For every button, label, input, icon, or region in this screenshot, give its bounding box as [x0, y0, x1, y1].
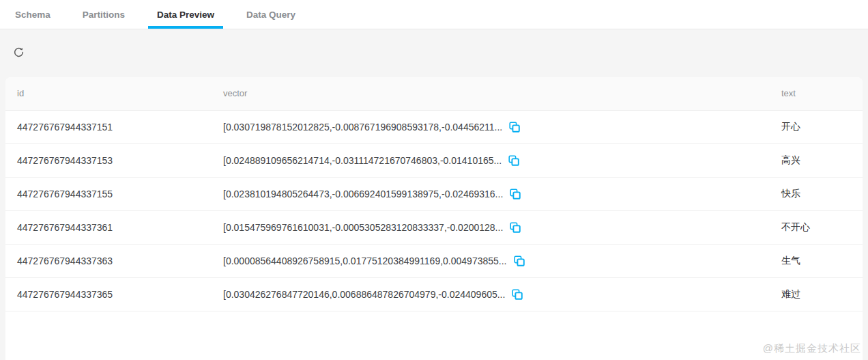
- watermark: @稀土掘金技术社区: [763, 342, 861, 355]
- column-header-vector: vector: [212, 77, 770, 110]
- copy-vector-button[interactable]: [509, 221, 521, 234]
- copy-vector-button[interactable]: [508, 154, 520, 167]
- copy-vector-button[interactable]: [511, 288, 523, 301]
- refresh-icon: [13, 46, 25, 60]
- table-header-row: id vector text: [5, 77, 863, 110]
- id-cell: 447276767944337361: [5, 210, 212, 244]
- vector-cell: [0.024889109656214714,-0.031114721670746…: [212, 143, 770, 177]
- text-cell: 开心: [770, 110, 863, 143]
- id-cell: 447276767944337151: [5, 110, 212, 143]
- copy-icon: [510, 222, 521, 233]
- text-cell: 高兴: [770, 143, 863, 177]
- vector-value: [0.00008564408926758915,0.01775120384991…: [223, 255, 507, 266]
- copy-icon: [512, 289, 523, 300]
- column-header-text: text: [770, 77, 863, 110]
- table-row: 447276767944337151 [0.030719878152012825…: [5, 110, 863, 143]
- copy-icon: [510, 189, 521, 199]
- data-preview-table-card: id vector text 447276767944337151 [0.030…: [5, 77, 863, 360]
- tab-bar: Schema Partitions Data Preview Data Quer…: [0, 0, 868, 29]
- text-cell: 不开心: [770, 210, 863, 244]
- copy-icon: [508, 155, 519, 166]
- table-row: 447276767944337155 [0.023810194805264473…: [5, 177, 863, 210]
- tab-data-query[interactable]: Data Query: [237, 0, 304, 29]
- tab-partitions[interactable]: Partitions: [74, 0, 134, 29]
- id-cell: 447276767944337363: [5, 244, 212, 277]
- vector-cell: [0.023810194805264473,-0.006692401599138…: [212, 177, 770, 210]
- id-cell: 447276767944337153: [5, 143, 212, 177]
- tab-schema[interactable]: Schema: [6, 0, 59, 29]
- text-cell: 生气: [770, 244, 863, 277]
- table-row: 447276767944337363 [0.000085644089267589…: [5, 244, 863, 277]
- text-cell: 难过: [770, 277, 863, 311]
- id-cell: 447276767944337365: [5, 277, 212, 311]
- vector-value: [0.024889109656214714,-0.031114721670746…: [223, 155, 502, 166]
- vector-cell: [0.030426276847720146,0.0068864878267049…: [212, 277, 770, 311]
- vector-cell: [0.00008564408926758915,0.01775120384991…: [212, 244, 770, 277]
- id-cell: 447276767944337155: [5, 177, 212, 210]
- copy-vector-button[interactable]: [509, 188, 521, 200]
- vector-cell: [0.030719878152012825,-0.008767196908593…: [212, 110, 770, 143]
- toolbar: [0, 29, 868, 77]
- vector-value: [0.030426276847720146,0.0068864878267049…: [223, 289, 505, 300]
- vector-value: [0.015475969761610031,-0.000530528312083…: [223, 222, 503, 233]
- text-cell: 快乐: [770, 177, 863, 210]
- table-row: 447276767944337365 [0.030426276847720146…: [5, 277, 863, 311]
- vector-value: [0.023810194805264473,-0.006692401599138…: [223, 189, 503, 199]
- vector-value: [0.030719878152012825,-0.008767196908593…: [223, 122, 502, 133]
- copy-icon: [509, 122, 520, 133]
- copy-vector-button[interactable]: [513, 255, 525, 267]
- refresh-button[interactable]: [8, 43, 29, 64]
- copy-icon: [514, 255, 525, 266]
- vector-cell: [0.015475969761610031,-0.000530528312083…: [212, 210, 770, 244]
- table-row: 447276767944337153 [0.024889109656214714…: [5, 143, 863, 177]
- data-table: id vector text 447276767944337151 [0.030…: [5, 77, 863, 311]
- copy-vector-button[interactable]: [508, 121, 521, 133]
- table-body: 447276767944337151 [0.030719878152012825…: [5, 110, 863, 311]
- tab-data-preview[interactable]: Data Preview: [148, 0, 223, 29]
- column-header-id: id: [5, 77, 212, 110]
- table-row: 447276767944337361 [0.015475969761610031…: [5, 210, 863, 244]
